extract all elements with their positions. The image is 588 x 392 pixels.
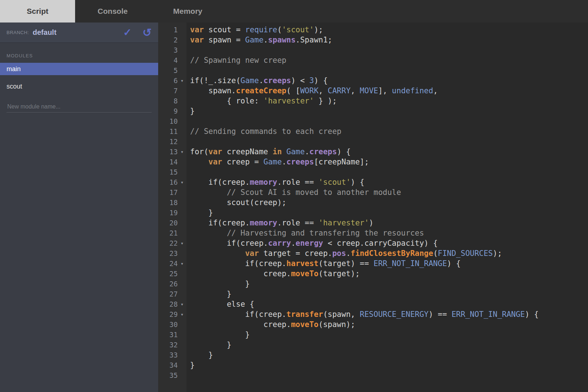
code-text: var target = creep.pos.findClosestByRang… <box>186 248 588 258</box>
code-line[interactable]: 28▾ else { <box>158 299 588 309</box>
line-number: 10 <box>158 116 178 126</box>
code-line[interactable]: 16▾ if(creep.memory.role == 'scout') { <box>158 177 588 187</box>
fold-spacer <box>178 370 186 380</box>
fold-spacer <box>178 269 186 279</box>
fold-spacer <box>178 167 186 177</box>
tab-memory[interactable]: Memory <box>150 0 225 23</box>
sidebar: BRANCH: default ✓ ↺ MODULES mainscout <box>0 23 158 392</box>
code-editor[interactable]: 1var scout = require('scout');2var spawn… <box>158 23 588 392</box>
screeps-script-editor: ScriptConsoleMemory BRANCH: default ✓ ↺ … <box>0 0 588 392</box>
fold-spacer <box>178 218 186 228</box>
line-number: 3 <box>158 45 178 55</box>
modules-header: MODULES <box>7 53 152 58</box>
code-line[interactable]: 23 var target = creep.pos.findClosestByR… <box>158 248 588 258</box>
fold-spacer <box>178 319 186 330</box>
line-number: 12 <box>158 136 178 147</box>
code-line[interactable]: 29▾ if(creep.transfer(spawn, RESOURCE_EN… <box>158 309 588 319</box>
revert-button[interactable]: ↺ <box>143 27 152 38</box>
line-number: 8 <box>158 96 178 106</box>
code-line[interactable]: 14 var creep = Game.creeps[creepName]; <box>158 157 588 167</box>
fold-spacer <box>178 45 186 55</box>
code-line[interactable]: 18 scout(creep); <box>158 197 588 208</box>
fold-spacer <box>178 136 186 147</box>
line-number: 9 <box>158 106 178 116</box>
code-line[interactable]: 4// Spawning new creep <box>158 55 588 65</box>
line-number: 11 <box>158 126 178 136</box>
code-line[interactable]: 11// Sending commands to each creep <box>158 126 588 136</box>
fold-spacer <box>178 248 186 258</box>
line-number: 22 <box>158 238 178 248</box>
code-text: creep.moveTo(target); <box>186 269 588 279</box>
tab-script[interactable]: Script <box>0 0 75 23</box>
fold-arrow-icon[interactable]: ▾ <box>178 299 186 309</box>
code-line[interactable]: 20 if(creep.memory.role == 'harvester') <box>158 218 588 228</box>
code-text <box>186 65 588 75</box>
line-number: 33 <box>158 350 178 360</box>
module-item-main[interactable]: main <box>0 63 158 75</box>
code-line[interactable]: 2var spawn = Game.spawns.Spawn1; <box>158 35 588 45</box>
fold-spacer <box>178 208 186 218</box>
commit-button[interactable]: ✓ <box>123 28 131 38</box>
code-text <box>186 167 588 177</box>
code-line[interactable]: 13▾for(var creepName in Game.creeps) { <box>158 147 588 157</box>
modules-list: mainscout <box>0 63 158 98</box>
code-line[interactable]: 25 creep.moveTo(target); <box>158 269 588 279</box>
module-item-scout[interactable]: scout <box>0 80 158 93</box>
fold-spacer <box>178 86 186 96</box>
fold-spacer <box>178 330 186 340</box>
code-text: if(creep.carry.energy < creep.carryCapac… <box>186 238 588 248</box>
fold-arrow-icon[interactable]: ▾ <box>178 309 186 319</box>
tab-console[interactable]: Console <box>75 0 150 23</box>
code-line[interactable]: 35 <box>158 370 588 380</box>
fold-arrow-icon[interactable]: ▾ <box>178 258 186 269</box>
code-line[interactable]: 19 } <box>158 208 588 218</box>
fold-arrow-icon[interactable]: ▾ <box>178 177 186 187</box>
code-line[interactable]: 6▾if(!_.size(Game.creeps) < 3) { <box>158 75 588 86</box>
line-number: 28 <box>158 299 178 309</box>
undo-icon: ↺ <box>143 26 152 38</box>
fold-arrow-icon[interactable]: ▾ <box>178 75 186 86</box>
fold-spacer <box>178 187 186 197</box>
code-line[interactable]: 26 } <box>158 279 588 289</box>
code-line[interactable]: 30 creep.moveTo(spawn); <box>158 319 588 330</box>
code-line[interactable]: 9} <box>158 106 588 116</box>
code-line[interactable]: 32 } <box>158 340 588 350</box>
code-text <box>186 136 588 147</box>
code-line[interactable]: 24▾ if(creep.harvest(target) == ERR_NOT_… <box>158 258 588 269</box>
fold-arrow-icon[interactable]: ▾ <box>178 238 186 248</box>
code-line[interactable]: 33 } <box>158 350 588 360</box>
code-line[interactable]: 12 <box>158 136 588 147</box>
code-text: } <box>186 360 588 370</box>
code-lines: 1var scout = require('scout');2var spawn… <box>158 23 588 380</box>
line-number: 1 <box>158 25 178 35</box>
code-line[interactable]: 1var scout = require('scout'); <box>158 25 588 35</box>
fold-spacer <box>178 228 186 238</box>
line-number: 19 <box>158 208 178 218</box>
code-line[interactable]: 3 <box>158 45 588 55</box>
code-line[interactable]: 31 } <box>158 330 588 340</box>
code-line[interactable]: 5 <box>158 65 588 75</box>
tab-bar: ScriptConsoleMemory <box>0 0 588 23</box>
code-line[interactable]: 8 { role: 'harvester' } ); <box>158 96 588 106</box>
code-text: } <box>186 330 588 340</box>
branch-selector[interactable]: default <box>33 28 57 37</box>
code-text: // Harvesting and transfering the resour… <box>186 228 588 238</box>
code-text: // Sending commands to each creep <box>186 126 588 136</box>
code-text: scout(creep); <box>186 197 588 208</box>
code-line[interactable]: 15 <box>158 167 588 177</box>
code-line[interactable]: 22▾ if(creep.carry.energy < creep.carryC… <box>158 238 588 248</box>
new-module-input[interactable] <box>7 101 152 113</box>
code-text: creep.moveTo(spawn); <box>186 319 588 330</box>
code-text: var spawn = Game.spawns.Spawn1; <box>186 35 588 45</box>
line-number: 29 <box>158 309 178 319</box>
code-line[interactable]: 21 // Harvesting and transfering the res… <box>158 228 588 238</box>
fold-arrow-icon[interactable]: ▾ <box>178 147 186 157</box>
code-line[interactable]: 10 <box>158 116 588 126</box>
code-line[interactable]: 34} <box>158 360 588 370</box>
code-line[interactable]: 17 // Scout AI is moved to another modul… <box>158 187 588 197</box>
line-number: 15 <box>158 167 178 177</box>
code-line[interactable]: 7 spawn.createCreep( [WORK, CARRY, MOVE]… <box>158 86 588 96</box>
code-text: { role: 'harvester' } ); <box>186 96 588 106</box>
code-text: } <box>186 350 588 360</box>
code-line[interactable]: 27 } <box>158 289 588 299</box>
